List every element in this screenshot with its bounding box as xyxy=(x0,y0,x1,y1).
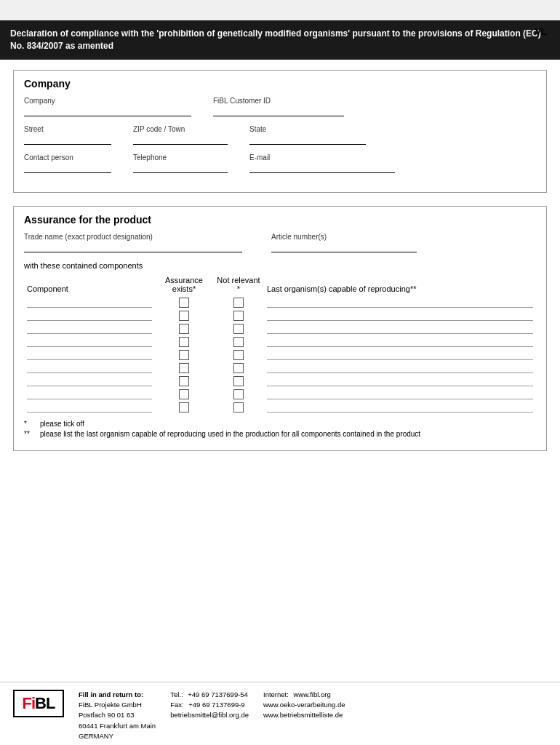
table-row xyxy=(24,322,536,335)
organism-line-9[interactable] xyxy=(267,402,533,413)
state-label: State xyxy=(249,125,366,133)
organism-line-1[interactable] xyxy=(267,298,533,308)
fibl-input-line[interactable] xyxy=(213,106,344,116)
fibl-label: FiBL Customer ID xyxy=(213,97,344,105)
checkbox-assurance-2[interactable] xyxy=(179,311,189,321)
company-field: Company xyxy=(24,97,191,116)
footnote1-star: * xyxy=(24,420,36,428)
component-line-2[interactable] xyxy=(27,311,152,321)
zip-label: ZIP code / Town xyxy=(133,125,228,133)
organism-line-5[interactable] xyxy=(267,350,533,360)
company-section: Company Company FiBL Customer ID Street xyxy=(13,70,547,193)
organism-line-3[interactable] xyxy=(267,324,533,334)
footer-web3: www.betriebsmittelliste.de xyxy=(263,710,345,720)
header-bar: Declaration of compliance with the 'proh… xyxy=(0,20,560,60)
assurance-section-title: Assurance for the product xyxy=(24,214,536,226)
table-row xyxy=(24,362,536,375)
footer-country: GERMANY xyxy=(79,731,156,741)
component-line-6[interactable] xyxy=(27,363,152,373)
footer-web: Internet: www.fibl.org www.oeko-verarbei… xyxy=(263,690,345,721)
footer-fill-label: Fill in and return to: xyxy=(79,690,156,700)
assurance-section: Assurance for the product Trade name (ex… xyxy=(13,206,547,452)
checkbox-notrelevant-8[interactable] xyxy=(233,389,244,399)
footer-internet-label: Internet: xyxy=(263,690,289,698)
table-row xyxy=(24,375,536,388)
col-assurance-header: Assurance exists* xyxy=(155,274,213,296)
email-input-line[interactable] xyxy=(249,163,395,173)
table-row xyxy=(24,348,536,362)
footer: FiBL Fill in and return to: FiBL Projekt… xyxy=(0,682,560,745)
checkbox-notrelevant-1[interactable] xyxy=(233,298,244,308)
logo-fi: Fi xyxy=(23,694,36,712)
footnote2-star: ** xyxy=(24,430,36,438)
zip-input-line[interactable] xyxy=(133,135,228,145)
fibl-field: FiBL Customer ID xyxy=(213,97,344,116)
footnote2-text: please list the last organism capable of… xyxy=(40,430,420,438)
component-line-7[interactable] xyxy=(27,376,152,386)
organism-line-8[interactable] xyxy=(267,389,533,399)
company-label: Company xyxy=(24,97,191,105)
checkbox-assurance-4[interactable] xyxy=(179,337,189,347)
checkbox-notrelevant-6[interactable] xyxy=(233,363,244,373)
checkbox-assurance-1[interactable] xyxy=(179,298,189,308)
organism-line-6[interactable] xyxy=(267,363,533,373)
organism-line-2[interactable] xyxy=(267,311,533,321)
checkbox-notrelevant-7[interactable] xyxy=(233,376,244,386)
contact-input-line[interactable] xyxy=(24,163,111,173)
table-row xyxy=(24,401,536,414)
footer-email: betriebsmittel@fibl.org.de xyxy=(170,710,249,720)
col-component-header: Component xyxy=(24,274,155,296)
checkbox-assurance-3[interactable] xyxy=(179,324,189,334)
footer-address: Fill in and return to: FiBL Projekte Gmb… xyxy=(79,690,156,741)
company-input-line[interactable] xyxy=(24,106,191,116)
footer-inner: FiBL Fill in and return to: FiBL Projekt… xyxy=(13,690,547,741)
state-input-line[interactable] xyxy=(249,135,366,145)
street-label: Street xyxy=(24,125,111,133)
component-line-4[interactable] xyxy=(27,337,152,347)
company-row3: Contact person Telephone E-mail xyxy=(24,154,536,173)
checkbox-assurance-7[interactable] xyxy=(179,376,189,386)
footer-tel-label: Tel.: xyxy=(170,690,183,698)
email-field: E-mail xyxy=(249,154,395,173)
footer-fax: +49 69 7137699-9 xyxy=(188,701,244,709)
organism-line-7[interactable] xyxy=(267,376,533,386)
table-row xyxy=(24,388,536,401)
checkbox-notrelevant-9[interactable] xyxy=(233,402,244,413)
component-line-8[interactable] xyxy=(27,389,152,399)
company-row2: Street ZIP code / Town State xyxy=(24,125,536,145)
checkbox-notrelevant-4[interactable] xyxy=(233,337,244,347)
table-row xyxy=(24,309,536,322)
telephone-input-line[interactable] xyxy=(133,163,228,173)
logo-bl: BL xyxy=(35,694,55,712)
article-input-line[interactable] xyxy=(271,242,417,252)
telephone-label: Telephone xyxy=(133,154,228,162)
checkbox-notrelevant-3[interactable] xyxy=(233,324,244,334)
footer-address2: 60441 Frankfurt am Main xyxy=(79,721,156,731)
checkbox-notrelevant-2[interactable] xyxy=(233,311,244,321)
footer-fax-label: Fax: xyxy=(170,701,183,709)
organism-line-4[interactable] xyxy=(267,337,533,347)
fibl-logo: FiBL xyxy=(13,690,64,717)
checkbox-notrelevant-5[interactable] xyxy=(233,350,244,360)
article-label: Article number(s) xyxy=(271,233,417,241)
street-input-line[interactable] xyxy=(24,135,111,145)
component-line-3[interactable] xyxy=(27,324,152,334)
article-field: Article number(s) xyxy=(271,233,417,252)
component-line-9[interactable] xyxy=(27,402,152,413)
footer-fax-row: Fax: +49 69 7137699-9 xyxy=(170,700,249,710)
table-row xyxy=(24,335,536,348)
footer-web2: www.oeko-verarbeitung.de xyxy=(263,700,345,710)
component-line-1[interactable] xyxy=(27,298,152,308)
components-table: Component Assurance exists* Not relevant… xyxy=(24,274,536,415)
checkbox-assurance-5[interactable] xyxy=(179,350,189,360)
footnote1-text: please tick off xyxy=(40,420,84,428)
state-field: State xyxy=(249,125,366,145)
contact-label: Contact person xyxy=(24,154,111,162)
checkbox-assurance-8[interactable] xyxy=(179,389,189,399)
checkbox-assurance-6[interactable] xyxy=(179,363,189,373)
trade-input-line[interactable] xyxy=(24,242,242,252)
checkbox-assurance-9[interactable] xyxy=(179,402,189,413)
component-line-5[interactable] xyxy=(27,350,152,360)
components-intro: with these contained components xyxy=(24,261,536,270)
col-organism-header: Last organism(s) capable of reproducing*… xyxy=(264,274,536,296)
